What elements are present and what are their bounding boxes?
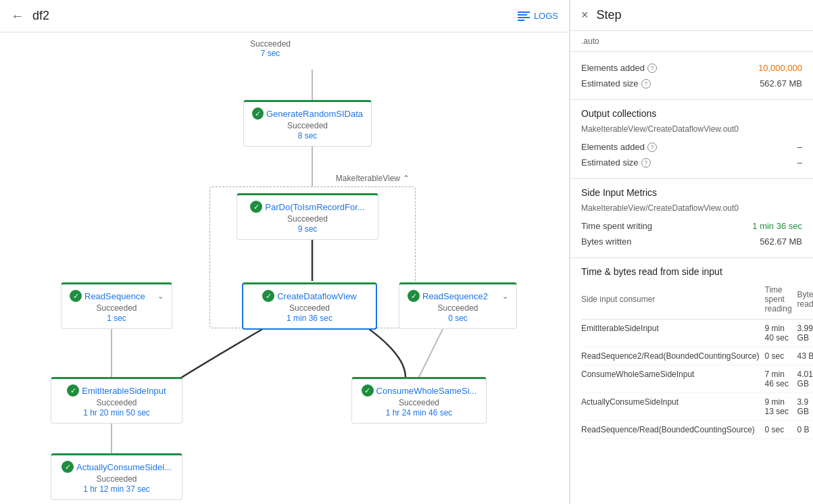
col1-header: Side input consumer xyxy=(581,282,765,320)
top-bar: ← df2 LOGS xyxy=(0,0,569,32)
output-elements-row: Elements added ? – xyxy=(581,139,802,155)
node-time: 1 min 36 sec xyxy=(251,313,368,323)
time-cell: 9 min 13 sec xyxy=(765,393,797,421)
node-readseq2[interactable]: ✓ ReadSequence2 ⌄ Succeeded 0 sec xyxy=(399,282,517,329)
side-input-table-section: Time & bytes read from side input Side i… xyxy=(570,258,813,447)
output-estimated-label: Estimated size ? xyxy=(581,157,651,168)
side-input-collection: MakeIterableView/CreateDataflowView.out0 xyxy=(581,203,802,213)
step-header: × Step xyxy=(570,0,813,31)
node-status: Succeeded xyxy=(59,474,174,484)
side-input-title: Side Input Metrics xyxy=(581,187,802,198)
side-input-metrics-section: Side Input Metrics MakeIterableView/Crea… xyxy=(570,179,813,258)
node-consume[interactable]: ✓ ConsumeWholeSameSi... Succeeded 1 hr 2… xyxy=(351,377,487,424)
estimated-size-row: Estimated size ? 562.67 MB xyxy=(581,76,802,91)
time-writing-row: Time spent writing 1 min 36 sec xyxy=(581,218,802,234)
node-time: 1 hr 24 min 46 sec xyxy=(360,408,478,418)
node-title: ReadSequence xyxy=(84,291,145,301)
svg-rect-1 xyxy=(518,14,527,16)
node-title: ActuallyConsumeSidel... xyxy=(76,462,172,472)
check-icon: ✓ xyxy=(67,384,79,397)
node-time: 1 hr 20 min 50 sec xyxy=(59,408,174,418)
time-cell: 0 sec xyxy=(765,421,797,439)
pipeline-canvas: ← df2 LOGS xyxy=(0,0,570,504)
node-pardo[interactable]: ✓ ParDo(ToIsmRecordFor... Succeeded 9 se… xyxy=(237,193,378,240)
side-input-table: Side input consumer Time spent reading B… xyxy=(581,282,813,439)
node-status: Succeeded xyxy=(245,214,370,224)
output-collection-name: MakeIterableView/CreateDataflowView.out0 xyxy=(581,124,802,134)
table-row: ConsumeWholeSameSideInput 7 min 46 sec 4… xyxy=(581,366,813,393)
table-row: ActuallyConsumeSideInput 9 min 13 sec 3.… xyxy=(581,393,813,421)
help-icon[interactable]: ? xyxy=(647,64,657,73)
bytes-written-label: Bytes written xyxy=(581,236,631,247)
bytes-written-row: Bytes written 562.67 MB xyxy=(581,234,802,249)
elements-added-label: Elements added ? xyxy=(581,63,657,73)
partial-text: .auto xyxy=(570,31,813,52)
time-writing-value: 1 min 36 sec xyxy=(752,221,802,231)
consumer-cell: ConsumeWholeSameSideInput xyxy=(581,366,765,393)
step-title: Step xyxy=(597,8,622,22)
consumer-cell: ReadSequence/Read(BoundedCountingSource) xyxy=(581,421,765,439)
elements-added-value: 10,000,000 xyxy=(758,63,802,73)
node-title: ReadSequence2 xyxy=(422,291,488,301)
composite-label: MakeIterableView ⌃ xyxy=(336,174,410,183)
pipeline-graph: Succeeded 7 sec ✓ GenerateRandomSIData S… xyxy=(0,32,569,504)
node-status: Succeeded xyxy=(70,303,164,313)
check-icon: ✓ xyxy=(252,107,264,120)
node-time: 0 sec xyxy=(408,313,508,323)
expand-icon: ⌄ xyxy=(157,292,164,301)
consumer-cell: EmitIterableSideInput xyxy=(581,320,765,347)
node-status: Succeeded xyxy=(408,303,508,313)
node-status: Succeeded xyxy=(360,398,478,407)
output-elements-label: Elements added ? xyxy=(581,142,657,152)
table-row: ReadSequence/Read(BoundedCountingSource)… xyxy=(581,421,813,439)
check-icon: ✓ xyxy=(61,461,74,473)
consumer-cell: ActuallyConsumeSideInput xyxy=(581,393,765,421)
help-icon[interactable]: ? xyxy=(641,79,651,89)
node-status: Succeeded xyxy=(251,303,368,313)
help-icon[interactable]: ? xyxy=(647,143,657,152)
page-title: df2 xyxy=(32,9,518,23)
output-collections-section: Output collections MakeIterableView/Crea… xyxy=(570,100,813,179)
input-metrics-section: Elements added ? 10,000,000 Estimated si… xyxy=(570,52,813,100)
table-title: Time & bytes read from side input xyxy=(581,266,802,277)
output-collections-title: Output collections xyxy=(581,108,802,119)
svg-rect-2 xyxy=(518,17,530,18)
logs-button[interactable]: LOGS xyxy=(518,11,558,21)
check-icon: ✓ xyxy=(262,290,274,302)
time-cell: 7 min 46 sec xyxy=(765,366,797,393)
close-button[interactable]: × xyxy=(581,8,589,22)
table-row: EmitIterableSideInput 9 min 40 sec 3.99 … xyxy=(581,320,813,347)
node-time: 1 sec xyxy=(70,313,164,323)
col3-header: Bytes read xyxy=(797,282,813,320)
node-time: 8 sec xyxy=(252,131,363,141)
svg-rect-0 xyxy=(518,11,530,13)
node-readseq1[interactable]: ✓ ReadSequence ⌄ Succeeded 1 sec xyxy=(61,282,172,329)
top-partial-node: Succeeded 7 sec xyxy=(250,39,291,58)
check-icon: ✓ xyxy=(70,290,82,302)
node-emit[interactable]: ✓ EmitIterableSideInput Succeeded 1 hr 2… xyxy=(51,377,182,424)
node-generate[interactable]: ✓ GenerateRandomSIData Succeeded 8 sec xyxy=(243,100,372,147)
node-title: CreateDataflowView xyxy=(277,291,357,301)
output-elements-value: – xyxy=(797,142,802,152)
estimated-size-label: Estimated size ? xyxy=(581,78,651,89)
check-icon: ✓ xyxy=(250,201,262,213)
node-create[interactable]: ✓ CreateDataflowView Succeeded 1 min 36 … xyxy=(242,282,377,330)
table-row: ReadSequence2/Read(BoundedCountingSource… xyxy=(581,347,813,366)
node-status: Succeeded xyxy=(252,121,363,130)
node-actually[interactable]: ✓ ActuallyConsumeSidel... Succeeded 1 hr… xyxy=(51,453,182,500)
back-button[interactable]: ← xyxy=(11,8,24,24)
right-panel: × Step .auto Elements added ? 10,000,000… xyxy=(570,0,813,504)
node-title: GenerateRandomSIData xyxy=(266,109,363,119)
bytes-cell: 3.99 GB xyxy=(797,320,813,347)
check-icon: ✓ xyxy=(408,290,420,302)
time-cell: 9 min 40 sec xyxy=(765,320,797,347)
time-writing-label: Time spent writing xyxy=(581,221,652,231)
check-icon: ✓ xyxy=(362,384,374,397)
expand-icon: ⌄ xyxy=(502,292,508,301)
bytes-cell: 3.9 GB xyxy=(797,393,813,421)
col2-header: Time spent reading xyxy=(765,282,797,320)
node-time: 9 sec xyxy=(245,224,370,234)
svg-rect-3 xyxy=(518,20,524,21)
help-icon[interactable]: ? xyxy=(641,158,651,168)
estimated-size-value: 562.67 MB xyxy=(760,78,802,89)
